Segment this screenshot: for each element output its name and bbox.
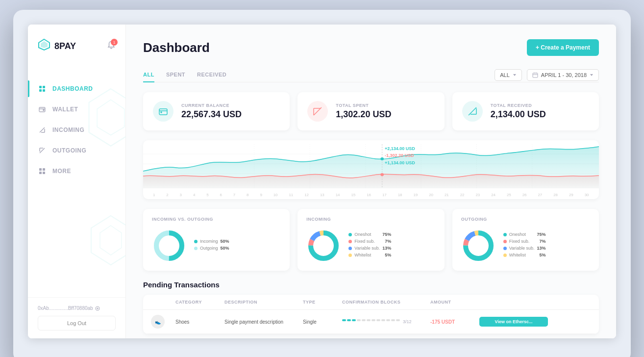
- sidebar-decoration-bottom: [86, 211, 126, 289]
- balance-icon: [153, 101, 173, 122]
- svg-rect-17: [533, 73, 538, 77]
- logo-text: 8PAY: [54, 41, 76, 51]
- donut-legend-2: Oneshot 75% Fixed sub. 7% Variable sub.: [503, 232, 546, 259]
- donut-legend-0: Incoming 50% Outgoing 50%: [194, 239, 229, 253]
- conf-dot-empty: [362, 319, 366, 321]
- chart-x-labels: 1 2 3 4 5 6 7 8 9 10 11 12 13 14 15 16 1: [153, 193, 589, 197]
- svg-rect-13: [43, 172, 45, 174]
- balance-value: 22,567.34 USD: [181, 109, 242, 120]
- sidebar-item-wallet[interactable]: WALLET: [28, 99, 125, 120]
- more-icon: [38, 167, 47, 176]
- conf-dot-empty: [372, 319, 375, 321]
- sidebar-item-dashboard-label: DASHBOARD: [52, 85, 93, 92]
- stat-info-spent: TOTAL SPENT 1,302.20 USD: [336, 103, 391, 120]
- donut-content-2: Oneshot 75% Fixed sub. 7% Variable sub.: [461, 229, 590, 263]
- legend-item: Whitelist 5%: [503, 253, 546, 257]
- tabs-bar: ALL SPENT RECEIVED ALL APRIL 1 - 30, 201…: [143, 68, 599, 82]
- svg-marker-1: [41, 41, 48, 48]
- legend-dot: [348, 240, 352, 243]
- incoming-icon: [38, 126, 47, 134]
- legend-dot: [348, 254, 352, 257]
- donut-chart-2: [461, 229, 495, 263]
- legend-item: Fixed sub. 7%: [503, 239, 546, 244]
- legend-item: Variable sub. 13%: [503, 246, 546, 251]
- legend-dot: [503, 254, 507, 257]
- legend-dot: [348, 247, 352, 250]
- spent-label: TOTAL SPENT: [336, 103, 391, 108]
- tab-spent[interactable]: SPENT: [166, 68, 185, 82]
- legend-item: Whitelist 5%: [348, 253, 391, 257]
- main-content: Dashboard + Create a Payment ALL SPENT R…: [126, 25, 616, 338]
- tx-description: Single payment description: [224, 319, 303, 325]
- svg-point-30: [380, 157, 384, 160]
- legend-item: Oneshot 75%: [348, 232, 391, 237]
- spent-icon: [307, 101, 328, 122]
- svg-point-31: [380, 173, 384, 176]
- notification-bell[interactable]: 1: [107, 41, 116, 51]
- wallet-icon: [38, 105, 47, 114]
- conf-dot-empty: [357, 319, 361, 321]
- received-icon: [462, 101, 483, 122]
- tx-avatar: 👟: [151, 315, 165, 329]
- donut-content-1: Oneshot 75% Fixed sub. 7% Variable sub.: [306, 229, 435, 263]
- donut-chart-0: [152, 229, 186, 263]
- create-payment-button[interactable]: + Create a Payment: [527, 39, 599, 56]
- stat-info-received: TOTAL RECEIVED 2,134.00 USD: [491, 103, 546, 120]
- conf-dot-empty: [391, 319, 395, 321]
- legend-dot: [503, 247, 507, 250]
- donut-card-incoming-vs-outgoing: INCOMING VS. OUTGOING Incoming 50%: [143, 209, 290, 271]
- svg-marker-14: [91, 216, 126, 265]
- stat-info-balance: CURRENT BALANCE 22,567.34 USD: [181, 103, 242, 120]
- logo-icon: [38, 38, 50, 54]
- table-header: Category Description Type Confirmation B…: [143, 295, 599, 310]
- conf-dot-empty: [386, 319, 390, 321]
- sidebar-item-dashboard[interactable]: DASHBOARD: [28, 78, 125, 99]
- donut-title-1: INCOMING: [306, 217, 435, 222]
- svg-rect-18: [159, 109, 167, 115]
- donut-chart-1: [306, 229, 341, 263]
- svg-rect-7: [43, 89, 45, 92]
- conf-dot-empty: [367, 319, 371, 321]
- date-filter[interactable]: APRIL 1 - 30, 2018: [527, 69, 599, 81]
- tab-received[interactable]: RECEIVED: [197, 68, 226, 82]
- chart-tooltip: +2,134.00 USD -1,302.20 USD +1,134.00 US…: [385, 145, 415, 166]
- stat-card-received: TOTAL RECEIVED 2,134.00 USD: [452, 92, 599, 130]
- donut-legend-1: Oneshot 75% Fixed sub. 7% Variable sub.: [348, 232, 391, 259]
- donut-card-outgoing: OUTGOING Oneshot: [452, 209, 599, 271]
- view-etherscan-button[interactable]: View on Ethersc...: [479, 317, 548, 327]
- stats-row: CURRENT BALANCE 22,567.34 USD TOTAL SPEN…: [143, 92, 599, 130]
- tx-category: Shoes: [175, 319, 224, 325]
- legend-item: Incoming 50%: [194, 239, 229, 244]
- svg-rect-12: [39, 172, 42, 174]
- donut-content-0: Incoming 50% Outgoing 50%: [152, 229, 281, 263]
- logout-button[interactable]: Log Out: [38, 316, 116, 331]
- type-filter[interactable]: ALL: [495, 69, 522, 81]
- tx-amount: -175 USDT: [430, 319, 479, 325]
- legend-dot: [348, 233, 352, 236]
- tab-filters: ALL APRIL 1 - 30, 2018: [495, 69, 599, 81]
- donut-card-incoming: INCOMING: [297, 209, 444, 271]
- legend-item: Oneshot 75%: [503, 232, 546, 237]
- svg-rect-5: [43, 86, 45, 88]
- area-chart: +2,134.00 USD -1,302.20 USD +1,134.00 US…: [143, 140, 599, 199]
- tab-all[interactable]: ALL: [143, 68, 154, 82]
- wallet-address: 0xAb..............Bff70880ab: [38, 306, 116, 311]
- sidebar-item-more[interactable]: MORE: [28, 161, 125, 181]
- dashboard-icon: [38, 84, 47, 93]
- legend-dot: [503, 233, 507, 236]
- donuts-row: INCOMING VS. OUTGOING Incoming 50%: [143, 209, 599, 271]
- legend-dot: [194, 247, 198, 250]
- sidebar-item-outgoing-label: OUTGOING: [52, 147, 86, 154]
- sidebar-item-incoming[interactable]: INCOMING: [28, 120, 125, 140]
- svg-marker-15: [100, 226, 122, 255]
- pending-transactions-title: Pending Transactions: [143, 280, 599, 289]
- donut-title-0: INCOMING VS. OUTGOING: [152, 217, 281, 222]
- tx-type: Single: [303, 319, 342, 325]
- outgoing-icon: [38, 146, 47, 155]
- stat-card-spent: TOTAL SPENT 1,302.20 USD: [297, 92, 444, 130]
- svg-rect-9: [43, 110, 44, 111]
- svg-rect-10: [39, 168, 42, 171]
- sidebar-logo: 8PAY 1: [28, 25, 125, 64]
- sidebar-item-outgoing[interactable]: OUTGOING: [28, 140, 125, 161]
- legend-item: Outgoing 50%: [194, 246, 229, 251]
